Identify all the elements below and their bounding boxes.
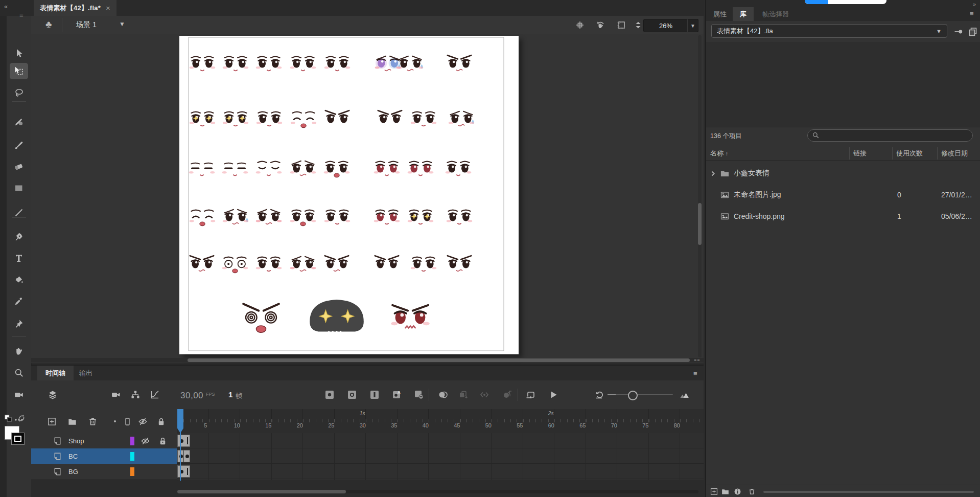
visibility-column[interactable] <box>136 415 149 427</box>
column-header-2[interactable]: 使用次数 <box>896 149 923 158</box>
document-tab[interactable]: 表情素材【42】.fla* × <box>34 0 116 16</box>
library-horizontal-scrollbar[interactable] <box>763 491 974 493</box>
layer-row-BC[interactable]: BC <box>31 448 177 464</box>
outline-column[interactable] <box>121 415 133 427</box>
layers-icon[interactable] <box>45 388 60 402</box>
graph-editor-icon[interactable] <box>148 388 162 402</box>
auto-keyframe-button[interactable]: A <box>390 388 404 402</box>
layer-row-BG[interactable]: BG <box>31 464 177 480</box>
camera-tool[interactable] <box>10 387 28 403</box>
edit-multiple-frames-button[interactable] <box>477 388 492 402</box>
new-folder-button[interactable] <box>720 487 730 496</box>
close-tab-icon[interactable]: × <box>106 4 110 12</box>
tab-timeline[interactable]: 时间轴 <box>37 366 74 380</box>
item-properties-button[interactable] <box>733 487 742 496</box>
text-tool[interactable] <box>10 250 28 266</box>
timeline-menu-icon[interactable]: ≡ <box>693 370 697 377</box>
layer-locked-icon[interactable] <box>158 436 168 446</box>
remove-frame-button[interactable] <box>412 388 426 402</box>
selection-tool[interactable] <box>10 45 28 61</box>
pin-library-icon[interactable] <box>953 27 964 38</box>
layer-outline-color-chip[interactable] <box>130 437 134 445</box>
timeline-zoom-slider-knob[interactable] <box>628 391 638 400</box>
insert-frame-button[interactable] <box>367 388 382 402</box>
expand-panel-icon[interactable]: » <box>973 1 976 7</box>
library-item-row[interactable]: 小鑫女表情 <box>706 163 980 184</box>
canvas-horizontal-scrollbar[interactable] <box>31 358 704 363</box>
scrollbar-thumb[interactable] <box>188 358 690 362</box>
reset-timeline-zoom-button[interactable] <box>592 388 606 402</box>
timeline-horizontal-scrollbar[interactable] <box>177 490 698 493</box>
library-item-row[interactable]: 未命名图片.jpg027/01/2… <box>706 184 980 206</box>
line-tool[interactable] <box>10 205 28 221</box>
timeline-zoom-slider[interactable] <box>615 394 673 395</box>
pasteboard[interactable]: ≡≡ <box>31 34 704 363</box>
scene-chevron-down-icon[interactable]: ▼ <box>119 20 125 28</box>
loop-playback-button[interactable] <box>523 388 538 402</box>
eraser-tool[interactable] <box>10 158 28 174</box>
tab-properties[interactable]: 属性 <box>706 7 734 21</box>
zoom-tool[interactable] <box>10 365 28 381</box>
add-layer-button[interactable] <box>45 415 58 427</box>
fit-frames-to-view-button[interactable] <box>678 388 692 402</box>
lock-column[interactable] <box>155 415 167 427</box>
stroke-color-swatch[interactable] <box>12 433 24 444</box>
delete-item-button[interactable] <box>747 487 756 496</box>
layer-outline-color-chip[interactable] <box>130 452 134 461</box>
new-symbol-button[interactable] <box>709 487 718 496</box>
scrollbar-thumb[interactable] <box>177 490 346 493</box>
highlight-dot[interactable] <box>109 415 121 427</box>
panel-menu-icon[interactable]: ≡ <box>970 10 974 17</box>
delete-layer-button[interactable] <box>86 415 99 427</box>
panel-resize-grip-icon[interactable]: ≡≡ <box>694 357 702 363</box>
paint-bucket-tool[interactable] <box>10 272 28 288</box>
column-header-3[interactable]: 修改日期 <box>941 149 968 158</box>
layer-outline-color-chip[interactable] <box>130 467 134 476</box>
camera-add-icon[interactable] <box>109 388 123 402</box>
fps-value[interactable]: 30,00 <box>180 391 203 401</box>
free-transform-tool[interactable] <box>10 63 28 79</box>
tab-library[interactable]: 库 <box>733 7 754 21</box>
insert-blank-keyframe-button[interactable] <box>345 388 359 402</box>
expand-chevron-icon[interactable] <box>709 170 717 177</box>
lasso-tool[interactable] <box>10 85 28 101</box>
insert-keyframe-button[interactable] <box>322 388 337 402</box>
zoom-dropdown-chevron-icon[interactable]: ▼ <box>687 19 698 32</box>
new-library-panel-icon[interactable] <box>968 27 978 38</box>
tab-output[interactable]: 输出 <box>71 366 101 380</box>
paste-and-advance-button[interactable] <box>456 388 471 402</box>
scene-name-label[interactable]: 场景 1 <box>76 20 97 30</box>
onion-skin-range-button[interactable] <box>500 388 514 402</box>
layer-name[interactable]: BG <box>68 468 78 476</box>
stage[interactable] <box>179 36 519 354</box>
play-button[interactable] <box>546 388 561 402</box>
rectangle-tool[interactable] <box>10 180 28 196</box>
zoom-level-input[interactable]: 26% <box>643 19 688 32</box>
back-to-scene-icon[interactable]: ♣ <box>45 19 52 30</box>
eyedropper-tool[interactable] <box>10 293 28 309</box>
frame-ruler[interactable]: 51015202530354045505560657075801s2s <box>177 409 704 434</box>
library-item-row[interactable]: Credit-shop.png105/06/2… <box>706 206 980 227</box>
asset-warp-tool[interactable] <box>10 315 28 332</box>
layer-hidden-icon[interactable] <box>141 436 150 446</box>
fluid-brush-tool[interactable] <box>10 114 28 130</box>
playhead-handle[interactable] <box>177 409 183 433</box>
library-document-select[interactable]: 表情素材【42】.fla ▼ <box>711 24 947 38</box>
scrollbar-thumb[interactable] <box>698 203 702 245</box>
column-header-1[interactable]: 链接 <box>853 149 867 158</box>
center-stage-icon[interactable] <box>573 18 587 32</box>
onion-skin-button[interactable] <box>436 388 450 402</box>
classic-brush-tool[interactable] <box>10 137 28 153</box>
layer-name[interactable]: BC <box>68 453 78 460</box>
swap-colors-icon[interactable] <box>17 414 26 424</box>
library-search-box[interactable] <box>807 129 973 142</box>
tools-menu-icon[interactable]: ≡ <box>19 11 24 19</box>
hand-tool[interactable] <box>10 343 28 359</box>
collapse-panel-icon[interactable]: « <box>4 3 8 10</box>
column-header-0[interactable]: 名称 ↑ <box>710 149 728 158</box>
tab-frame-picker[interactable]: 帧选择器 <box>755 7 796 21</box>
add-folder-button[interactable] <box>66 415 78 427</box>
pen-tool[interactable] <box>10 229 28 245</box>
layer-parenting-icon[interactable] <box>128 388 143 402</box>
canvas-vertical-scrollbar[interactable] <box>698 35 702 357</box>
